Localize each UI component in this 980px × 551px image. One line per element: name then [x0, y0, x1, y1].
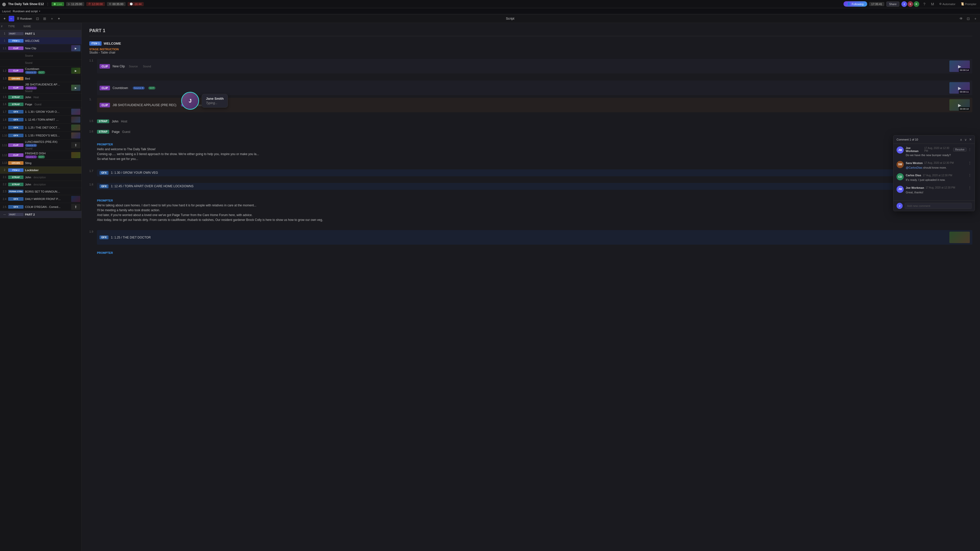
list-item[interactable]: 1.8 GFX 1: 12.45 / TORN APART OV...: [0, 116, 81, 124]
main-container: # TYPE NAME 1 PART PART 1 1 ITEM 1 WELCO…: [0, 23, 980, 551]
list-item[interactable]: 1.10 GFX 1: 1.55 / FREDDY'S WEST...: [0, 132, 81, 140]
gfx-thumb-3: [71, 124, 80, 130]
comment-menu-2[interactable]: ⋮: [968, 161, 972, 165]
gfx-thumb-4: [71, 132, 80, 138]
script-tab[interactable]: Script: [504, 17, 516, 21]
current-time: 17:35:41: [869, 2, 884, 6]
comment-prev[interactable]: ∧: [959, 138, 963, 141]
add-button[interactable]: +: [49, 16, 55, 22]
comment-thread: JW Joe Workman 17 Aug, 2020 at 12:30 PM …: [894, 144, 975, 200]
clip-thumb-3: ▶: [71, 85, 80, 91]
list-item[interactable]: 1.4 CLIP JIB SHOT/AUDIENCE APPI... Sourc…: [0, 82, 81, 94]
time-4: 🕐 -16:44: [127, 2, 144, 6]
layout-button-2[interactable]: ⊡: [965, 16, 971, 22]
script-row-1.6: 1.6 STRAP Paige Guest: [89, 130, 972, 138]
list-item[interactable]: 1.6 STRAP Paige Guest: [0, 101, 81, 108]
list-item[interactable]: 2.4 GFX DAILY MIRROR FRONT PA...: [0, 195, 81, 203]
comment-input[interactable]: [905, 203, 972, 209]
play-icon-2: ▶: [958, 86, 961, 90]
avatar-joe2: JW: [897, 186, 904, 193]
typing-avatar-container: J: [181, 92, 199, 110]
resolve-button[interactable]: Resolve: [953, 148, 966, 151]
panel-toggle[interactable]: ⊞: [41, 16, 48, 22]
list-item[interactable]: 1.9 GFX 1: 1.25 / THE DIET DOCTC...: [0, 124, 81, 132]
comment-entry-2: SW Sara Weston 17 Aug, 2020 at 12:30 PM …: [897, 161, 972, 170]
time-3: ⏲ 00:35:00: [107, 2, 126, 6]
rundown-icon: ☰: [17, 17, 19, 20]
cog-button[interactable]: ✦: [56, 16, 62, 22]
comment-close-button[interactable]: ×: [969, 138, 972, 141]
play-icon-3: ▶: [958, 103, 961, 107]
part-row-3[interactable]: — PART PART 2: [0, 211, 81, 218]
secondary-nav: ✦ ← ☰ Rundown ⊡ ⊞ + ✦ Script 👁 ⊡ +: [0, 14, 980, 23]
list-item[interactable]: 1.13 GRAMS Sting: [0, 159, 81, 167]
part-row-2[interactable]: 2 ITEM 2 Locktober: [0, 167, 81, 174]
clip-thumb-large-1: ▶ 00:00:14: [950, 60, 970, 72]
comment-next[interactable]: ∨: [964, 138, 968, 141]
list-item[interactable]: 1.7 GFX 1: 1.30 / GROW YOUR OW...: [0, 108, 81, 116]
list-item[interactable]: 1.12 CLIP FINISHED DISH Source A SOT: [0, 151, 81, 159]
comment-entry-1: JW Joe Workman 17 Aug, 2020 at 12:30 PM …: [897, 146, 972, 157]
clip-thumb-dish: [71, 152, 80, 158]
clip-thumb-2: ▶: [71, 68, 80, 74]
comment-menu-4[interactable]: ⋮: [968, 186, 972, 190]
list-item[interactable]: 2.5 GFX COLM O'REGAN - Comed... ⬆: [0, 203, 81, 211]
script-row-1.2: CLIP Countdown Source B SOT ▶ 00:00:11: [97, 81, 972, 95]
list-item[interactable]: 1.3 GRAMS Bed: [0, 75, 81, 82]
play-icon: ▶: [958, 64, 961, 68]
back-button[interactable]: ←: [9, 16, 14, 21]
top-bar: ⬤ The Daily Talk Show E12 ⋮ ⬤ Live ▷ 11:…: [0, 0, 980, 8]
script-row-1.1: 1.1 CLIP New Clip Source Sound ▶ 00:00:1…: [89, 59, 972, 78]
part-row-1[interactable]: 1 PART PART 1: [0, 30, 81, 37]
script-row-prompter-2: PROMPTER We're talking about care homes.…: [89, 197, 972, 228]
comment-count: Comment 1 of 10: [897, 138, 958, 141]
script-row-1.5: 1.5 STRAP John Host: [89, 119, 972, 127]
list-item[interactable]: 1.11 CLIP LUNCHMATES (PRE-RX) Source B S…: [0, 140, 81, 151]
comment-entry-4: JW Joe Workman 17 Aug, 2020 at 12:30 PM …: [897, 186, 972, 195]
layout-bar: Layout: Rundown and script ▾: [0, 8, 980, 14]
list-item: Sound: [0, 59, 81, 67]
list-item[interactable]: 1.2 CLIP Countdown Source B SOT ▶: [0, 67, 81, 75]
list-item[interactable]: 2.1 STRAP John description: [0, 174, 81, 181]
add-button-2[interactable]: +: [972, 16, 978, 22]
typing-bubble: Jane Smith Typing...: [202, 94, 228, 108]
script-panel: PART 1 ITEM 1 WELCOME STAGE INSTRUCTION …: [82, 23, 980, 551]
star-button[interactable]: ✦: [2, 16, 8, 22]
script-row-1.9: 1.9 GFX 1: 1.25 / THE DIET DOCTOR: [89, 230, 972, 249]
rundown-panel: # TYPE NAME 1 PART PART 1 1 ITEM 1 WELCO…: [0, 23, 82, 551]
top-bar-right: 👤 Following 17:35:41 Share J S K ? M ⚙ A…: [843, 1, 978, 7]
gfx-thumb-diet: [950, 232, 970, 243]
comment-header: Comment 1 of 10 ∧ ∨ ×: [894, 135, 975, 144]
rundown-nav[interactable]: ☰ Rundown: [15, 16, 33, 21]
layout-selector[interactable]: Rundown and script: [13, 10, 38, 13]
list-item[interactable]: 1.1 CLIP New Clip ▶: [0, 44, 81, 52]
clip-row-newclip: CLIP New Clip Source Sound ▶ 00:00:14: [97, 59, 972, 73]
automator-button[interactable]: ⚙ Automator: [938, 1, 957, 6]
view-toggle[interactable]: ⊡: [35, 16, 41, 22]
avatar-3: K: [914, 1, 919, 7]
script-row-prompter-3: PROMPTER: [97, 251, 972, 254]
comment-menu-3[interactable]: ⋮: [968, 173, 972, 177]
gfx-thumb-colm: ⬆: [71, 204, 80, 210]
clip-thumb-lunchmates: ⬆: [71, 142, 80, 148]
script-row-prompter-1: PROMPTER Hello and welcome to The Daily …: [89, 140, 972, 167]
stage-instruction: STAGE INSTRUCTION Studio - Table chair: [89, 48, 972, 54]
comment-menu-1[interactable]: ⋮: [968, 148, 972, 151]
comment-nav[interactable]: ∧ ∨: [959, 138, 968, 141]
col-type: TYPE: [8, 25, 24, 28]
rundown-header: # TYPE NAME: [0, 23, 81, 30]
list-item[interactable]: 1.5 STRAP John Host: [0, 94, 81, 101]
eye-button[interactable]: 👁: [958, 16, 964, 22]
share-button[interactable]: Share: [886, 2, 899, 6]
list-item[interactable]: 2.3 PERMA STRA BORIS SET TO ANNOUNCE 3 T…: [0, 188, 81, 195]
current-user-avatar: J: [897, 203, 903, 209]
prompter-button[interactable]: 📜 Prompter: [959, 1, 978, 6]
clip-thumb-large-2: ▶ 00:00:11: [950, 82, 970, 94]
avatar-carlos: CD: [897, 173, 904, 180]
avatar-2: S: [907, 1, 913, 7]
profile-button[interactable]: M: [929, 1, 935, 7]
list-item[interactable]: 2.2 STRAP John description: [0, 181, 81, 188]
help-button[interactable]: ?: [921, 1, 928, 7]
following-button[interactable]: 👤 Following: [843, 1, 867, 6]
list-item[interactable]: 1 ITEM 1 WELCOME: [0, 37, 81, 44]
